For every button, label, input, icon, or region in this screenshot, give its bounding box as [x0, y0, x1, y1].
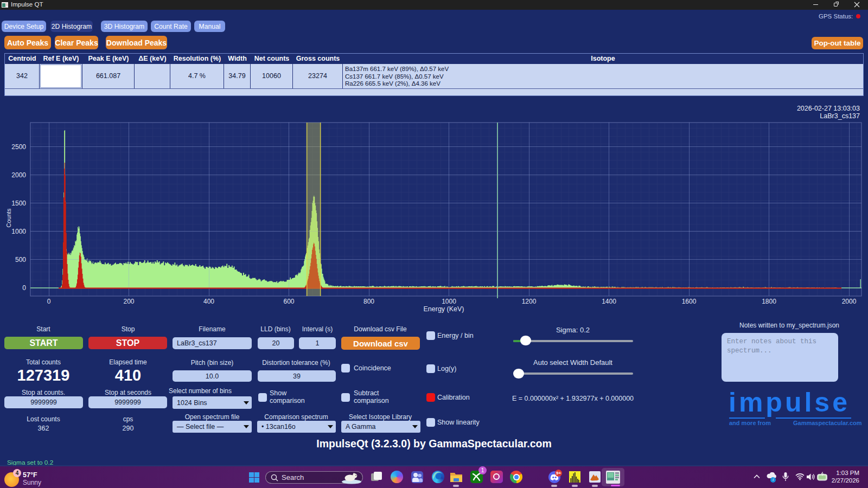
svg-text:1800: 1800	[762, 298, 776, 305]
svg-text:2000: 2000	[11, 171, 26, 179]
svg-text:0: 0	[47, 298, 51, 305]
svg-text:500: 500	[15, 256, 26, 264]
svg-text:2500: 2500	[11, 143, 26, 151]
svg-text:1600: 1600	[682, 298, 697, 305]
svg-text:Energy (KeV): Energy (KeV)	[423, 305, 464, 313]
svg-text:0: 0	[22, 284, 26, 292]
svg-text:1400: 1400	[602, 298, 616, 305]
svg-text:2026-02-27 13:03:03: 2026-02-27 13:03:03	[797, 105, 860, 112]
svg-text:LaBr3_cs137: LaBr3_cs137	[820, 112, 860, 120]
svg-text:1000: 1000	[442, 298, 456, 305]
svg-text:1500: 1500	[11, 200, 26, 207]
svg-text:Counts: Counts	[5, 208, 12, 227]
svg-text:1200: 1200	[522, 298, 537, 305]
svg-text:1000: 1000	[11, 228, 26, 235]
svg-text:400: 400	[203, 298, 214, 305]
svg-text:600: 600	[283, 298, 294, 305]
svg-text:2000: 2000	[842, 298, 857, 305]
svg-text:200: 200	[123, 298, 134, 305]
svg-text:800: 800	[363, 298, 374, 305]
